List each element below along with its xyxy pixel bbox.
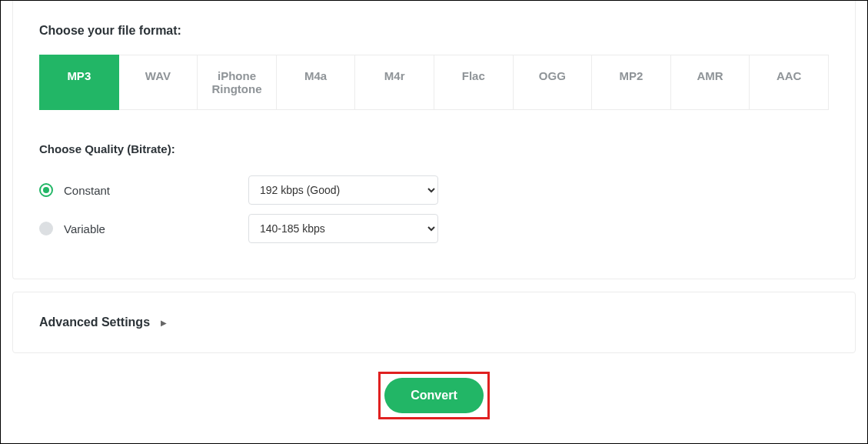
convert-button[interactable]: Convert: [384, 378, 483, 413]
radio-variable-label: Variable: [64, 222, 105, 235]
variable-bitrate-row: Variable 140-185 kbps: [39, 214, 829, 243]
format-tab-iphone-ringtone[interactable]: iPhone Ringtone: [198, 55, 277, 110]
advanced-settings-label: Advanced Settings: [39, 315, 150, 329]
radio-constant[interactable]: Constant: [39, 183, 248, 197]
format-tab-mp2[interactable]: MP2: [592, 55, 671, 110]
format-tab-amr[interactable]: AMR: [671, 55, 750, 110]
constant-bitrate-select[interactable]: 192 kbps (Good): [248, 175, 438, 205]
advanced-settings-card: Advanced Settings ▶: [12, 292, 856, 353]
advanced-settings-toggle[interactable]: Advanced Settings ▶: [39, 315, 829, 329]
format-tab-wav[interactable]: WAV: [119, 55, 198, 110]
format-tab-aac[interactable]: AAC: [750, 55, 829, 110]
format-heading: Choose your file format:: [39, 24, 829, 38]
convert-button-area: Convert: [12, 372, 856, 421]
radio-variable[interactable]: Variable: [39, 222, 248, 235]
format-quality-card: Choose your file format: MP3 WAV iPhone …: [12, 1, 856, 279]
radio-icon: [39, 222, 53, 235]
format-tab-m4a[interactable]: M4a: [277, 55, 356, 110]
convert-highlight-box: Convert: [378, 372, 489, 419]
format-tab-mp3[interactable]: MP3: [39, 55, 119, 110]
radio-constant-label: Constant: [64, 184, 110, 197]
format-tab-flac[interactable]: Flac: [434, 55, 514, 110]
constant-bitrate-row: Constant 192 kbps (Good): [39, 175, 829, 205]
variable-bitrate-select[interactable]: 140-185 kbps: [248, 214, 438, 243]
quality-heading: Choose Quality (Bitrate):: [39, 142, 829, 155]
chevron-right-icon: ▶: [161, 319, 167, 327]
radio-icon: [39, 183, 53, 197]
format-tabs: MP3 WAV iPhone Ringtone M4a M4r Flac OGG…: [39, 55, 829, 110]
format-tab-m4r[interactable]: M4r: [355, 55, 434, 110]
format-tab-ogg[interactable]: OGG: [514, 55, 593, 110]
